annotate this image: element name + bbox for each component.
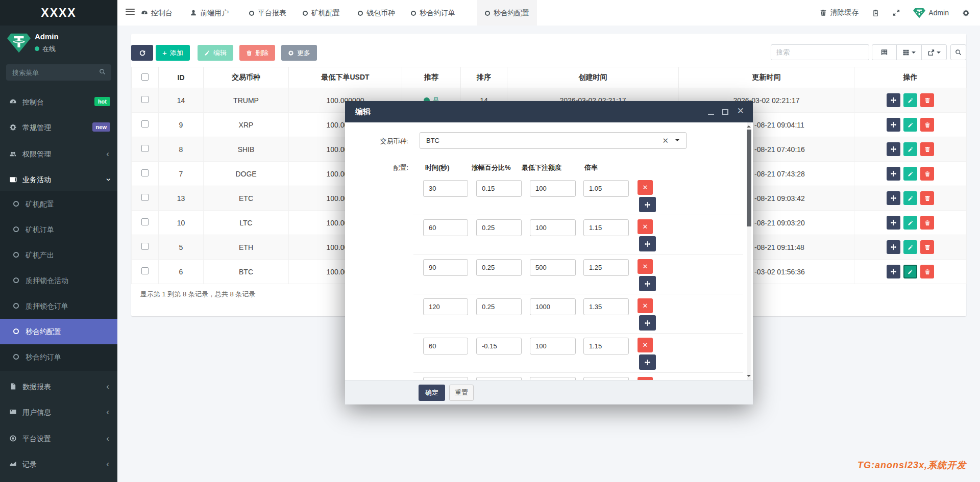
row-delete-button[interactable] <box>920 142 934 156</box>
row-checkbox[interactable] <box>141 96 149 103</box>
detail-view-button[interactable] <box>872 44 897 60</box>
row-edit-button[interactable] <box>903 240 917 254</box>
minbet-input[interactable] <box>530 338 576 354</box>
row-edit-button[interactable] <box>903 93 917 107</box>
minbet-input[interactable] <box>530 259 576 276</box>
row-checkbox[interactable] <box>141 194 149 201</box>
row-delete-button[interactable] <box>920 240 934 254</box>
row-edit-button[interactable] <box>903 167 917 181</box>
rate-input[interactable] <box>583 259 629 276</box>
add-button[interactable]: +添加 <box>156 45 190 61</box>
clear-cache-button[interactable]: 清除缓存 <box>820 8 859 17</box>
move-row-button[interactable] <box>639 315 656 331</box>
sidebar-item-seconds-contract-orders[interactable]: 秒合约订单 <box>0 344 117 370</box>
more-button[interactable]: 更多 <box>281 45 317 61</box>
edit-button[interactable]: 编辑 <box>198 45 233 61</box>
sidebar-search-input[interactable] <box>6 64 111 81</box>
remove-row-button[interactable]: ✕ <box>638 259 653 274</box>
move-row-button[interactable] <box>639 276 656 291</box>
tab-platform-reports[interactable]: 平台报表 <box>249 0 286 26</box>
rate-input[interactable] <box>583 219 629 236</box>
sidebar-item-staking-activity[interactable]: 质押锁仓活动 <box>0 268 117 293</box>
maximize-icon[interactable] <box>722 109 728 115</box>
row-edit-button[interactable] <box>903 216 917 230</box>
row-checkbox[interactable] <box>141 145 149 152</box>
row-delete-button[interactable] <box>920 167 934 181</box>
minimize-icon[interactable] <box>708 114 714 115</box>
time-input[interactable] <box>423 259 468 276</box>
time-input[interactable] <box>423 180 468 197</box>
percent-input[interactable] <box>476 259 522 276</box>
confirm-button[interactable]: 确定 <box>419 385 445 401</box>
percent-input[interactable] <box>476 180 522 197</box>
clear-selection-icon[interactable]: ✕ <box>662 133 669 148</box>
percent-input[interactable] <box>476 298 522 315</box>
sidebar-item-seconds-contract-config[interactable]: 秒合约配置 <box>0 319 117 344</box>
row-delete-button[interactable] <box>920 265 934 278</box>
table-search-input[interactable] <box>771 44 869 60</box>
sidebar-item-staking-orders[interactable]: 质押锁仓订单 <box>0 293 117 319</box>
row-checkbox[interactable] <box>141 120 149 128</box>
row-move-button[interactable] <box>887 167 900 181</box>
search-icon[interactable] <box>99 68 106 75</box>
brand-logo[interactable]: XXXX <box>0 0 117 26</box>
refresh-button[interactable] <box>131 45 153 61</box>
sidebar-item-business[interactable]: 业务活动 › <box>0 167 117 192</box>
rate-input[interactable] <box>583 298 629 315</box>
sidebar-item-platform-settings[interactable]: 平台设置 ‹ <box>0 426 117 451</box>
sidebar-item-general[interactable]: 常规管理 new <box>0 115 117 140</box>
tab-miner-config[interactable]: 矿机配置 <box>303 0 340 26</box>
sidebar-item-records[interactable]: 记录 ‹ <box>0 451 117 477</box>
time-input[interactable] <box>423 219 468 236</box>
fullscreen-icon[interactable] <box>893 9 900 16</box>
rate-input[interactable] <box>583 338 629 354</box>
refresh-page-icon[interactable] <box>872 9 879 17</box>
sidebar-item-data-reports[interactable]: 数据报表 ‹ <box>0 374 117 399</box>
move-row-button[interactable] <box>639 354 656 370</box>
row-move-button[interactable] <box>887 93 900 107</box>
rate-input[interactable] <box>583 180 629 197</box>
tab-wallet-coins[interactable]: 钱包币种 <box>358 0 395 26</box>
scrollbar-thumb[interactable] <box>747 130 751 226</box>
dialog-header[interactable]: 编辑 ✕ <box>345 101 753 122</box>
tab-frontend-users[interactable]: 前端用户 <box>190 0 229 26</box>
dialog-scrollbar[interactable] <box>747 122 751 380</box>
percent-input[interactable] <box>476 219 522 236</box>
tab-console[interactable]: 控制台 <box>141 0 173 26</box>
remove-row-button[interactable]: ✕ <box>638 338 653 352</box>
time-input[interactable] <box>423 298 468 315</box>
coin-select[interactable]: BTC ✕ <box>420 132 687 149</box>
sidebar-item-permissions[interactable]: 权限管理 ‹ <box>0 141 117 167</box>
tab-seconds-contract-config[interactable]: 秒合约配置 <box>477 0 537 26</box>
row-delete-button[interactable] <box>920 93 934 107</box>
row-edit-button[interactable] <box>903 265 917 278</box>
sidebar-item-miner-output[interactable]: 矿机产出 <box>0 242 117 268</box>
search-button[interactable] <box>950 44 966 60</box>
row-delete-button[interactable] <box>920 118 934 132</box>
row-checkbox[interactable] <box>141 218 149 225</box>
row-move-button[interactable] <box>887 142 900 156</box>
row-delete-button[interactable] <box>920 216 934 230</box>
scroll-down-arrow[interactable] <box>747 375 751 379</box>
sidebar-item-user-info[interactable]: 用户信息 ‹ <box>0 399 117 425</box>
delete-button[interactable]: 删除 <box>239 45 275 61</box>
columns-button[interactable] <box>896 44 922 60</box>
row-delete-button[interactable] <box>920 191 934 205</box>
row-edit-button[interactable] <box>903 142 917 156</box>
row-move-button[interactable] <box>887 216 900 230</box>
close-icon[interactable]: ✕ <box>737 106 744 116</box>
export-button[interactable] <box>921 44 947 60</box>
sidebar-item-miner-orders[interactable]: 矿机订单 <box>0 217 117 242</box>
row-checkbox[interactable] <box>141 169 149 176</box>
move-row-button[interactable] <box>639 197 656 212</box>
percent-input[interactable] <box>476 338 522 354</box>
row-checkbox[interactable] <box>141 267 149 274</box>
tab-seconds-contract-orders[interactable]: 秒合约订单 <box>411 0 455 26</box>
select-all-checkbox[interactable] <box>141 73 149 81</box>
scroll-up-arrow[interactable] <box>747 123 751 128</box>
reset-button[interactable]: 重置 <box>449 385 474 401</box>
settings-gear-icon[interactable] <box>962 9 970 17</box>
remove-row-button[interactable]: ✕ <box>638 219 653 234</box>
hamburger-menu-icon[interactable] <box>126 9 135 16</box>
row-checkbox[interactable] <box>141 243 149 250</box>
